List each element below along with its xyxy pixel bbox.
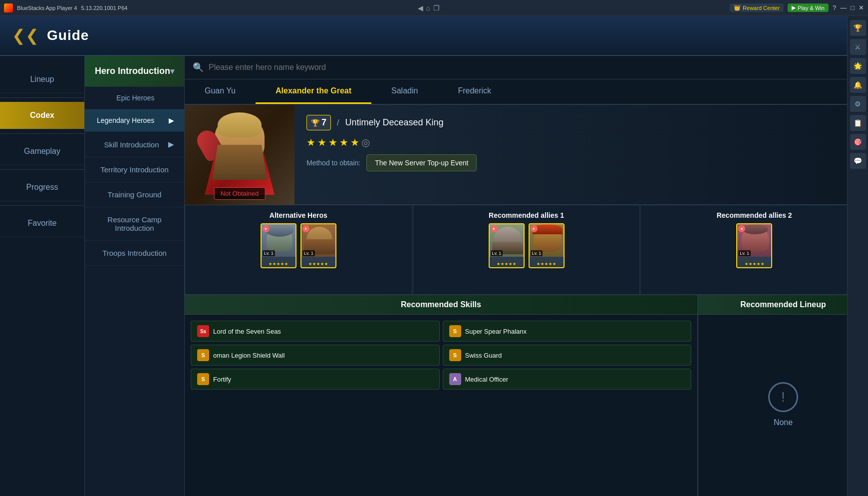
skill-item-5[interactable]: S Fortify <box>191 369 440 390</box>
guide-nav-territory-introduction[interactable]: Territory Introduction <box>85 157 184 182</box>
skill-badge-3: S <box>197 349 209 361</box>
guide-nav-hero-introduction[interactable]: Hero Introduction ▾ <box>85 56 184 87</box>
search-input[interactable] <box>209 63 860 72</box>
sidebar-icon-7[interactable]: 🎯 <box>850 134 866 150</box>
recommended-lineup-panel: Recommended Lineup ! None <box>698 295 868 496</box>
skill-name-6: Medical Officer <box>465 376 508 383</box>
ally-hero-5[interactable]: ✦ Lv. 1 ★★★★★ <box>736 223 772 268</box>
back-nav-icon[interactable]: ◀ <box>418 4 423 12</box>
skill-name-4: Swiss Guard <box>465 352 502 359</box>
hero-stars: ★ ★ ★ ★ ★ ◎ <box>306 136 856 148</box>
bottom-section: Recommended Skills Ss Lord of the Seven … <box>185 295 868 496</box>
skill-item-1[interactable]: Ss Lord of the Seven Seas <box>191 321 440 342</box>
tab-alexander[interactable]: Alexander the Great <box>256 79 371 104</box>
sidebar-icon-4[interactable]: 🔔 <box>850 77 866 93</box>
sidebar-item-gameplay[interactable]: Gameplay <box>0 138 84 165</box>
sidebar-icon-6[interactable]: 📋 <box>850 115 866 131</box>
sidebar-item-favorite[interactable]: Favorite <box>0 210 84 237</box>
skill-badge-4: S <box>449 349 461 361</box>
ally-hero-1[interactable]: ✦ Lv. 1 ★★★★★ <box>261 223 296 268</box>
hero-introduction-label: Hero Introduction <box>95 66 170 76</box>
copy-nav-icon[interactable]: ❐ <box>433 4 440 12</box>
ally-3-rank-icon: ✦ <box>491 225 498 232</box>
nav-separator-4 <box>0 205 84 206</box>
main-layout: Lineup Codex Gameplay Progress Favorite … <box>0 56 868 496</box>
sidebar-icon-3[interactable]: 🌟 <box>850 58 866 74</box>
recommended-allies-2-list: ✦ Lv. 1 ★★★★★ <box>647 223 862 268</box>
guide-nav-resource-camp[interactable]: Resource Camp Introduction <box>85 207 184 241</box>
skill-item-6[interactable]: A Medical Officer <box>443 369 692 390</box>
recommended-skills-header: Recommended Skills <box>185 295 697 315</box>
search-bar: 🔍 <box>185 56 868 79</box>
lineup-content: ! None <box>698 315 868 495</box>
skill-item-4[interactable]: S Swiss Guard <box>443 345 692 366</box>
skill-badge-2: S <box>449 325 461 337</box>
tab-saladin[interactable]: Saladin <box>371 79 438 104</box>
lineup-empty-icon: ! <box>768 382 798 412</box>
ally-hero-3[interactable]: ✦ Lv. 1 ★★★★★ <box>489 223 525 268</box>
territory-introduction-label: Territory Introduction <box>100 165 169 174</box>
skill-name-3: oman Legion Shield Wall <box>213 352 285 359</box>
help-icon[interactable]: ? <box>833 4 836 11</box>
sidebar-item-codex[interactable]: Codex <box>0 102 84 129</box>
titlebar-right: 👑 Reward Center ▶ Play & Win ? — □ ✕ <box>730 3 864 12</box>
ally-4-level: Lv. 1 <box>531 250 543 256</box>
home-nav-icon[interactable]: ⌂ <box>426 4 430 12</box>
guide-nav-training-ground[interactable]: Training Ground <box>85 182 184 207</box>
recommended-allies-2-title: Recommended allies 2 <box>647 211 862 219</box>
left-nav: Lineup Codex Gameplay Progress Favorite <box>0 56 85 496</box>
rank-trophy-icon: 🏆 <box>311 119 319 127</box>
nav-separator-1 <box>0 97 84 98</box>
guide-nav-legendary-heroes[interactable]: Legendary Heroes ▶ <box>85 109 184 132</box>
star-6-partial: ◎ <box>361 136 370 148</box>
reward-center-button[interactable]: 👑 Reward Center <box>730 3 784 12</box>
skill-item-3[interactable]: S oman Legion Shield Wall <box>191 345 440 366</box>
ally-hero-2[interactable]: ✦ Lv. 1 ★★★★★ <box>300 223 336 268</box>
tab-guan-yu[interactable]: Guan Yu <box>185 79 256 104</box>
star-1: ★ <box>306 136 315 148</box>
recommended-allies-2-panel: Recommended allies 2 ✦ Lv. 1 ★★★★★ <box>640 205 868 295</box>
sidebar-icon-5[interactable]: ⚙ <box>850 96 866 112</box>
lineup-none-text: None <box>774 418 793 427</box>
ally-hero-4[interactable]: ✦ Lv. 1 ★★★★★ <box>529 223 565 268</box>
sidebar-item-lineup[interactable]: Lineup <box>0 66 84 93</box>
back-button[interactable]: ❮❮ <box>12 26 39 45</box>
guide-nav-epic-heroes[interactable]: Epic Heroes <box>85 87 184 109</box>
alternative-heroes-panel: Alternative Heros ✦ Lv. 1 ★★★★★ <box>185 205 412 295</box>
skill-name-5: Fortify <box>213 376 231 383</box>
sidebar-item-progress[interactable]: Progress <box>0 174 84 201</box>
ally-1-level: Lv. 1 <box>263 250 275 256</box>
close-icon[interactable]: ✕ <box>859 4 864 11</box>
skill-item-2[interactable]: S Super Spear Phalanx <box>443 321 692 342</box>
skills-grid: Ss Lord of the Seven Seas S Super Spear … <box>185 315 697 396</box>
ally-2-rank-icon: ✦ <box>302 225 309 232</box>
ally-1-rank-icon: ✦ <box>263 225 270 232</box>
ally-2-stars: ★★★★★ <box>308 262 328 266</box>
obtain-row: Method to obtain: The New Server Top-up … <box>306 154 856 171</box>
guide-nav-troops-introduction[interactable]: Troops Introduction <box>85 241 184 266</box>
star-2: ★ <box>317 136 326 148</box>
titlebar-left: BlueStacks App Player 4 5.13.220.1001 P6… <box>4 3 127 12</box>
minimize-icon[interactable]: — <box>840 4 847 11</box>
allies-section: Alternative Heros ✦ Lv. 1 ★★★★★ <box>185 205 868 295</box>
sidebar-icon-8[interactable]: 💬 <box>850 153 866 169</box>
sidebar-icon-2[interactable]: ⚔ <box>850 39 866 55</box>
maximize-icon[interactable]: □ <box>851 4 855 11</box>
recommended-skills-panel: Recommended Skills Ss Lord of the Seven … <box>185 295 698 496</box>
window-controls: ? — □ ✕ <box>833 4 864 11</box>
ally-5-stars: ★★★★★ <box>745 262 764 266</box>
sidebar-icon-1[interactable]: 🏆 <box>850 20 866 36</box>
hero-info: 🏆 7 / Untimely Deceased King ★ ★ ★ ★ ★ ◎ <box>294 105 868 204</box>
tab-frederick[interactable]: Frederick <box>438 79 511 104</box>
guide-nav-skill-introduction[interactable]: Skill Introduction ▶ <box>85 132 184 157</box>
training-ground-label: Training Ground <box>108 190 162 199</box>
skill-introduction-label: Skill Introduction <box>95 140 168 149</box>
skill-arrow-icon: ▶ <box>168 140 174 149</box>
recommended-allies-1-list: ✦ Lv. 1 ★★★★★ ✦ Lv. 1 <box>419 223 634 268</box>
recommended-lineup-header: Recommended Lineup <box>698 295 868 315</box>
play-win-button[interactable]: ▶ Play & Win <box>788 3 829 12</box>
ally-2-level: Lv. 1 <box>302 250 315 256</box>
exclamation-icon: ! <box>781 389 785 405</box>
right-sidebar: 🏆 ⚔ 🌟 🔔 ⚙ 📋 🎯 💬 <box>847 16 868 496</box>
titlebar-nav: ◀ ⌂ ❐ <box>418 4 440 12</box>
